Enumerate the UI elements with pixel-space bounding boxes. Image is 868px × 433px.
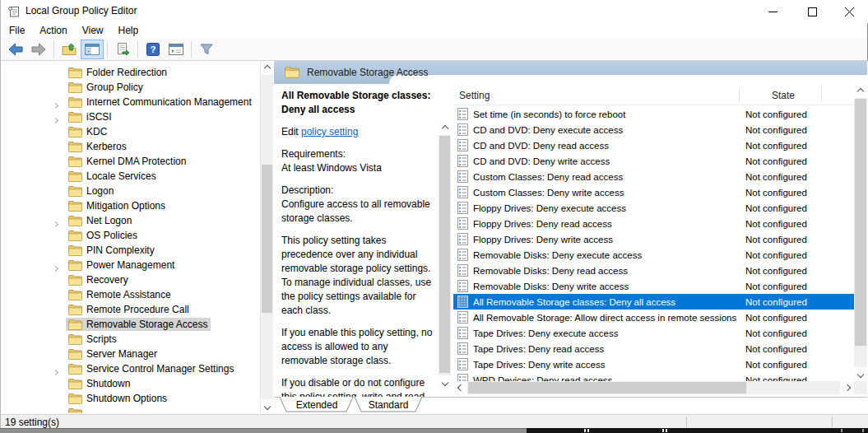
tree-item-body[interactable]: Power Management — [66, 258, 178, 272]
tree-item-internet-communication-management[interactable]: Internet Communication Management — [2, 95, 260, 109]
tree-item-body[interactable]: Logon — [66, 184, 117, 198]
setting-name[interactable]: Custom Classes: Deny read access — [473, 172, 745, 182]
scroll-down-button[interactable] — [854, 367, 867, 381]
tree-item-body[interactable]: KDC — [66, 125, 110, 138]
setting-name[interactable]: Custom Classes: Deny write access — [473, 188, 745, 198]
tree-item-body[interactable]: Internet Communication Management — [66, 95, 255, 109]
column-separator[interactable] — [739, 87, 740, 102]
tree-item-body[interactable]: Remote Procedure Call — [66, 303, 193, 316]
list-row[interactable]: CD and DVD: Deny execute accessNot confi… — [453, 122, 854, 137]
edit-policy-setting-link[interactable]: policy setting — [301, 126, 358, 137]
tree-item-os-policies[interactable]: OS Policies — [2, 228, 260, 243]
setting-name[interactable]: Floppy Drives: Deny execute access — [473, 203, 745, 213]
tree-item-body[interactable]: PIN Complexity — [66, 244, 158, 257]
list-row[interactable]: Tape Drives: Deny write accessNot config… — [453, 356, 854, 372]
up-one-level-button[interactable] — [58, 40, 81, 59]
minimize-button[interactable] — [754, 0, 791, 23]
tree-item-body[interactable]: Kernel DMA Protection — [66, 155, 189, 168]
list-row[interactable]: All Removable Storage classes: Deny all … — [453, 294, 854, 310]
expand-chevron-icon[interactable] — [53, 114, 58, 125]
tree-item-body[interactable]: Remote Assistance — [66, 288, 174, 301]
tree-item-shutdown[interactable]: Shutdown — [2, 376, 260, 391]
tree-item-mitigation-options[interactable]: Mitigation Options — [2, 198, 260, 213]
setting-name[interactable]: All Removable Storage: Allow direct acce… — [473, 313, 745, 323]
expand-chevron-icon[interactable] — [53, 99, 58, 110]
tree-item-body[interactable]: Shutdown — [66, 377, 133, 390]
tree-item-body[interactable]: Service Control Manager Settings — [66, 362, 237, 375]
list-row[interactable]: CD and DVD: Deny read accessNot configur… — [453, 137, 854, 153]
back-button[interactable] — [4, 40, 27, 59]
expand-chevron-icon[interactable] — [53, 217, 58, 229]
tree-item-body[interactable]: Kerberos — [66, 140, 130, 153]
scroll-up-button[interactable] — [854, 84, 867, 98]
tree-item-body[interactable]: OS Policies — [66, 229, 141, 242]
tree-item-kerberos[interactable]: Kerberos — [2, 139, 260, 154]
scroll-thumb[interactable] — [439, 136, 450, 373]
tree-item-body[interactable]: Net Logon — [66, 214, 135, 227]
scroll-thumb[interactable] — [262, 165, 272, 313]
tree-item-body[interactable]: Removable Storage Access — [66, 318, 211, 331]
list-row[interactable]: Removable Disks: Deny read accessNot con… — [453, 263, 854, 278]
setting-name[interactable]: Removable Disks: Deny read access — [473, 266, 745, 276]
list-row[interactable]: Floppy Drives: Deny write accessNot conf… — [453, 231, 854, 247]
setting-name[interactable]: Tape Drives: Deny write access — [473, 360, 745, 370]
tree-item-remote-assistance[interactable]: Remote Assistance — [2, 287, 260, 302]
list-row[interactable]: Custom Classes: Deny write accessNot con… — [453, 184, 854, 200]
show-console-tree-button[interactable] — [81, 40, 104, 59]
filter-button[interactable] — [195, 40, 218, 59]
tree-item-body[interactable]: Recovery — [66, 273, 132, 286]
tree-item-body[interactable]: Locale Services — [66, 170, 160, 183]
export-list-button[interactable] — [111, 40, 134, 59]
tree-item-server-manager[interactable]: Server Manager — [2, 347, 260, 361]
tree-item-logon[interactable]: Logon — [2, 184, 260, 198]
scroll-down-button[interactable] — [439, 375, 451, 389]
list-row[interactable]: Custom Classes: Deny read accessNot conf… — [453, 169, 854, 184]
column-header-state[interactable]: State — [745, 90, 821, 101]
scroll-left-button[interactable] — [453, 381, 467, 394]
tree-item-kdc[interactable]: KDC — [2, 124, 260, 139]
help-button[interactable]: ? — [142, 40, 165, 59]
tree-item-body[interactable]: Shutdown Options — [66, 392, 170, 405]
scroll-right-button[interactable] — [840, 381, 854, 394]
maximize-button[interactable] — [793, 0, 831, 23]
tree-item-iscsi[interactable]: iSCSI — [2, 109, 260, 124]
tree-item-body[interactable]: Folder Redirection — [66, 66, 170, 79]
tree-item-group-policy[interactable]: Group Policy — [2, 80, 260, 95]
tree-item-net-logon[interactable]: Net Logon — [2, 213, 260, 228]
list-horizontal-scrollbar[interactable] — [453, 381, 854, 394]
tree-item-remote-procedure-call[interactable]: Remote Procedure Call — [2, 302, 260, 317]
tree-item-body[interactable]: Group Policy — [66, 81, 146, 94]
list-vertical-scrollbar[interactable] — [854, 84, 867, 381]
scroll-thumb[interactable] — [468, 382, 746, 393]
setting-name[interactable]: CD and DVD: Deny write access — [473, 156, 745, 166]
tree-item-recovery[interactable]: Recovery — [2, 272, 260, 287]
tree-item-body[interactable] — [66, 407, 90, 413]
tree-item-folder-redirection[interactable]: Folder Redirection — [2, 65, 260, 80]
list-row[interactable]: Set time (in seconds) to force rebootNot… — [453, 106, 854, 122]
expand-chevron-icon[interactable] — [53, 262, 58, 273]
tree-item-scripts[interactable]: Scripts — [2, 332, 260, 347]
list-row[interactable]: Tape Drives: Deny read accessNot configu… — [453, 341, 854, 356]
setting-name[interactable]: CD and DVD: Deny read access — [473, 141, 745, 151]
expand-chevron-icon[interactable] — [53, 365, 58, 377]
description-scrollbar[interactable] — [439, 121, 451, 389]
tree-item-body[interactable]: Server Manager — [66, 347, 160, 361]
list-row[interactable]: Floppy Drives: Deny execute accessNot co… — [453, 200, 854, 216]
tree-item-body[interactable]: Scripts — [66, 333, 120, 346]
tree-item-power-management[interactable]: Power Management — [2, 258, 260, 272]
list-row[interactable]: CD and DVD: Deny write accessNot configu… — [453, 153, 854, 169]
tree-item-pin-complexity[interactable]: PIN Complexity — [2, 243, 260, 258]
setting-name[interactable]: Tape Drives: Deny execute access — [473, 328, 745, 338]
tree-item-removable-storage-access[interactable]: Removable Storage Access — [2, 317, 260, 332]
scroll-up-button[interactable] — [261, 61, 273, 75]
tree-item-shutdown-options[interactable]: Shutdown Options — [2, 391, 260, 406]
tab-extended-label[interactable]: Extended — [296, 399, 338, 411]
list-row[interactable]: All Removable Storage: Allow direct acce… — [453, 310, 854, 325]
tree-item-service-control-manager-settings[interactable]: Service Control Manager Settings — [2, 361, 260, 376]
scroll-up-button[interactable] — [439, 121, 451, 135]
close-button[interactable] — [830, 0, 868, 23]
list-row[interactable]: Floppy Drives: Deny read accessNot confi… — [453, 216, 854, 231]
column-separator[interactable] — [821, 87, 822, 102]
menu-view[interactable]: View — [75, 24, 111, 38]
list-row[interactable]: Removable Disks: Deny execute accessNot … — [453, 247, 854, 263]
